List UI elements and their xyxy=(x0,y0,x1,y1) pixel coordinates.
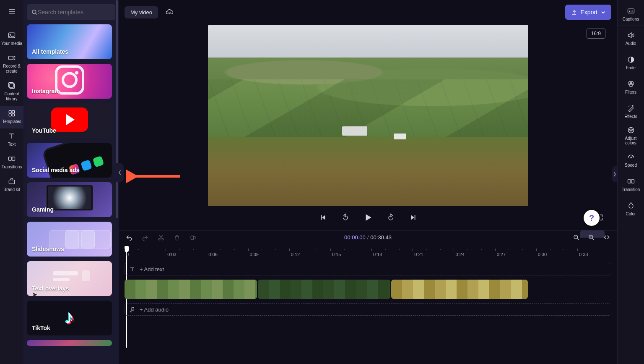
cloud-sync-icon[interactable] xyxy=(164,7,175,18)
svg-rect-7 xyxy=(9,114,11,116)
svg-rect-3 xyxy=(10,84,15,89)
svg-rect-25 xyxy=(628,179,631,183)
add-audio-track[interactable]: + Add audio xyxy=(125,303,611,316)
rail-speed[interactable]: Speed xyxy=(618,148,644,172)
template-card-social-media-ads[interactable]: Social media ads xyxy=(27,143,112,178)
rail-color[interactable]: Color xyxy=(618,196,644,221)
video-clip-3[interactable] xyxy=(391,280,528,299)
card-label: All templates xyxy=(32,48,68,55)
card-label: YouTube xyxy=(32,127,56,134)
nav-content-library[interactable]: Contentlibrary xyxy=(0,78,23,106)
chevron-right-icon xyxy=(613,171,617,177)
rail-label: Filters xyxy=(625,90,636,94)
video-preview[interactable] xyxy=(208,25,528,206)
nav-templates[interactable]: Templates xyxy=(0,106,23,128)
nav-label: Contentlibrary xyxy=(4,92,19,102)
video-track[interactable] xyxy=(125,280,611,299)
rail-effects[interactable]: Effects xyxy=(618,99,644,123)
rail-label: Adjustcolors xyxy=(625,136,637,145)
card-label: Gaming xyxy=(32,206,54,213)
template-card-youtube[interactable]: YouTube xyxy=(27,103,112,138)
svg-point-13 xyxy=(158,238,160,240)
template-card-instagram[interactable]: Instagram xyxy=(27,64,112,99)
nav-your-media[interactable]: Your media xyxy=(0,28,23,50)
time-display: 00:00.00/00:30.43 xyxy=(344,234,392,241)
split-button[interactable] xyxy=(188,233,197,242)
export-button[interactable]: Export xyxy=(565,5,611,20)
skip-start-button[interactable] xyxy=(317,212,329,223)
template-card-slideshows[interactable]: Slideshows xyxy=(27,222,112,257)
svg-rect-26 xyxy=(631,179,634,183)
video-clip-1[interactable] xyxy=(125,280,257,299)
nav-label: Your media xyxy=(1,41,22,46)
nav-brand-kit[interactable]: Brand kit xyxy=(0,174,23,196)
ruler-tick: 0:27 xyxy=(497,252,506,257)
nav-text[interactable]: Text xyxy=(0,128,23,151)
total-time: 00:30.43 xyxy=(370,234,392,241)
chevron-down-icon xyxy=(601,10,605,15)
rail-label: Fade xyxy=(626,65,636,70)
fit-timeline-button[interactable] xyxy=(602,233,611,242)
svg-point-24 xyxy=(631,157,631,158)
svg-rect-18 xyxy=(628,9,634,13)
rail-filters[interactable]: Filters xyxy=(618,75,644,99)
zoom-in-button[interactable] xyxy=(587,233,596,242)
cut-button[interactable] xyxy=(156,233,166,242)
templates-panel: All templatesInstagramYouTubeSocial medi… xyxy=(23,0,119,364)
template-card-text-overlays[interactable]: ➤Text overlays xyxy=(27,261,112,296)
hamburger-menu[interactable] xyxy=(3,3,20,20)
main-area: My video Export 16:9 xyxy=(119,0,617,364)
svg-rect-8 xyxy=(12,114,15,116)
rail-fade[interactable]: Fade xyxy=(618,50,644,75)
nav-transitions[interactable]: Transitions xyxy=(0,151,23,174)
aspect-ratio-button[interactable]: 16:9 xyxy=(587,29,605,39)
card-label: Instagram xyxy=(32,88,60,94)
search-box[interactable] xyxy=(27,4,115,20)
search-icon xyxy=(31,9,38,16)
help-button[interactable]: ? xyxy=(584,210,600,226)
ruler-tick: 0:33 xyxy=(579,252,588,257)
rail-label: Speed xyxy=(625,163,637,168)
project-title[interactable]: My video xyxy=(125,6,158,18)
forward-button[interactable] xyxy=(385,212,397,223)
nav-record-create[interactable]: Record &create xyxy=(0,50,23,78)
template-card-all[interactable]: All templates xyxy=(27,24,112,59)
undo-button[interactable] xyxy=(125,233,134,242)
add-text-track[interactable]: + Add text xyxy=(125,263,611,275)
svg-rect-6 xyxy=(12,110,15,113)
delete-button[interactable] xyxy=(172,233,182,242)
nav-label: Transitions xyxy=(2,165,22,170)
svg-point-14 xyxy=(162,238,164,240)
rail-adjust-colors[interactable]: Adjustcolors xyxy=(618,123,644,148)
template-card-gaming[interactable]: Gaming xyxy=(27,182,112,217)
video-clip-2[interactable] xyxy=(258,280,390,299)
zoom-out-button[interactable] xyxy=(572,233,581,242)
collapse-panel-button[interactable] xyxy=(116,163,124,182)
ruler-tick: 0:21 xyxy=(414,252,423,257)
redo-button[interactable] xyxy=(140,233,150,242)
rail-transition[interactable]: Transition xyxy=(618,172,644,196)
card-label: Slideshows xyxy=(32,246,64,252)
card-label: Text overlays xyxy=(32,285,69,292)
ruler-tick: 0:09 xyxy=(250,252,259,257)
ruler-tick: 0 xyxy=(126,252,129,257)
rail-audio[interactable]: Audio xyxy=(618,26,644,50)
rail-captions[interactable]: Captions xyxy=(618,3,644,26)
ruler-tick: 0:18 xyxy=(373,252,382,257)
timeline-ruler[interactable]: 00:030:060:090:120:150:180:210:240:270:3… xyxy=(125,244,611,257)
ruler-tick: 0:12 xyxy=(291,252,300,257)
svg-rect-5 xyxy=(9,110,11,113)
upload-icon xyxy=(571,9,577,16)
template-card-tiktok[interactable]: ♪TikTok xyxy=(27,301,112,335)
svg-rect-4 xyxy=(9,83,14,88)
template-card-more[interactable] xyxy=(27,340,112,346)
collapse-right-rail-button[interactable] xyxy=(612,166,617,182)
rail-label: Transition xyxy=(622,187,640,192)
rewind-button[interactable] xyxy=(340,212,351,223)
rail-label: Captions xyxy=(623,17,639,21)
play-button[interactable] xyxy=(362,212,374,223)
search-input[interactable] xyxy=(38,9,111,16)
skip-end-button[interactable] xyxy=(408,212,419,223)
card-label: Social media ads xyxy=(32,167,80,173)
nav-label: Brand kit xyxy=(3,187,20,192)
